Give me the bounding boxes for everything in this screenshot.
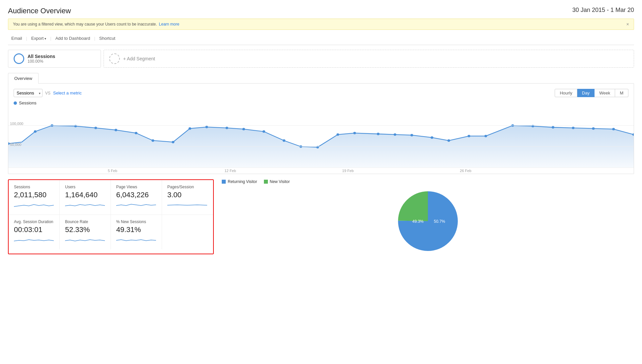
time-buttons: Hourly Day Week M bbox=[555, 89, 628, 97]
date-range: 30 Jan 2015 - 1 Mar 20 bbox=[572, 7, 634, 14]
pie-legend: Returning Visitor New Visitor bbox=[222, 179, 290, 184]
chart-legend: Sessions bbox=[14, 100, 628, 105]
month-button[interactable]: M bbox=[615, 89, 628, 97]
pie-section: Returning Visitor New Visitor 49.3% 50.7… bbox=[222, 179, 634, 254]
svg-point-20 bbox=[394, 133, 396, 136]
metric-cell-empty bbox=[162, 215, 213, 249]
metric-label-users: Users bbox=[65, 185, 105, 189]
add-segment-icon bbox=[109, 53, 120, 64]
svg-point-9 bbox=[189, 127, 191, 130]
svg-point-13 bbox=[263, 130, 265, 133]
metrics-grid-wrapper: Sessions 2,011,580 Users 1,164,640 bbox=[8, 179, 634, 254]
day-button[interactable]: Day bbox=[577, 89, 595, 97]
sparkline-avg-duration bbox=[14, 235, 54, 245]
svg-text:50,000: 50,000 bbox=[10, 143, 21, 147]
sessions-legend-label: Sessions bbox=[19, 100, 37, 105]
new-visitor-label: New Visitor bbox=[270, 179, 290, 184]
metric-cell-pages-session: Pages/Session 3.00 bbox=[162, 180, 213, 215]
svg-text:19 Feb: 19 Feb bbox=[342, 169, 354, 173]
metric-cell-avg-duration: Avg. Session Duration 00:03:01 bbox=[9, 215, 60, 249]
metric-label-pages-session: Pages/Session bbox=[167, 185, 208, 189]
svg-point-28 bbox=[552, 126, 554, 128]
metric-select[interactable]: Sessions bbox=[14, 89, 42, 97]
svg-point-5 bbox=[115, 129, 117, 131]
alert-learn-more-link[interactable]: Learn more bbox=[159, 22, 179, 27]
alert-close-button[interactable]: × bbox=[626, 22, 629, 27]
add-segment-text: + Add Segment bbox=[123, 56, 155, 61]
chart-area: 100,000 50,000 5 Feb 12 Feb 19 Feb 26 Fe… bbox=[8, 107, 634, 174]
svg-point-6 bbox=[135, 132, 137, 134]
svg-text:100,000: 100,000 bbox=[10, 122, 23, 125]
svg-point-3 bbox=[74, 125, 77, 127]
metrics-box: Sessions 2,011,580 Users 1,164,640 bbox=[8, 179, 214, 254]
add-to-dashboard-button[interactable]: Add to Dashboard bbox=[52, 34, 94, 42]
overview-tab[interactable]: Overview bbox=[8, 73, 39, 84]
svg-point-1 bbox=[34, 130, 37, 133]
svg-text:5 Feb: 5 Feb bbox=[108, 169, 118, 173]
metric-label-new-sessions: % New Sessions bbox=[116, 219, 156, 224]
sparkline-users bbox=[65, 201, 105, 210]
svg-point-27 bbox=[531, 125, 534, 127]
metric-cell-pageviews: Page Views 6,043,226 bbox=[111, 180, 162, 215]
sparkline-pageviews bbox=[116, 201, 156, 210]
metric-value-users: 1,164,640 bbox=[65, 191, 105, 199]
toolbar-divider-3: | bbox=[94, 36, 95, 41]
svg-point-29 bbox=[572, 127, 575, 129]
toolbar-divider-1: | bbox=[26, 36, 27, 41]
segment-name: All Sessions bbox=[28, 54, 55, 59]
svg-point-22 bbox=[431, 136, 433, 139]
svg-point-17 bbox=[337, 133, 339, 136]
toolbar-divider-2: | bbox=[50, 36, 51, 41]
toolbar: Email | Export | Add to Dashboard | Shor… bbox=[8, 34, 634, 45]
sparkline-sessions bbox=[14, 201, 54, 210]
add-segment-button[interactable]: + Add Segment bbox=[104, 50, 634, 68]
chart-controls: Sessions VS Select a metric Hourly Day W… bbox=[14, 89, 628, 97]
svg-point-4 bbox=[94, 127, 97, 129]
all-sessions-segment: All Sessions 100.00% bbox=[8, 50, 101, 68]
metric-value-new-sessions: 49.31% bbox=[116, 225, 156, 234]
metric-cell-new-sessions: % New Sessions 49.31% bbox=[111, 215, 162, 249]
returning-visitor-legend: Returning Visitor bbox=[222, 179, 257, 184]
pie-chart: 49.3% 50.7% bbox=[395, 188, 461, 254]
alert-bar: You are using a filtered view, which may… bbox=[8, 19, 634, 30]
svg-text:26 Feb: 26 Feb bbox=[460, 169, 471, 173]
svg-point-25 bbox=[484, 135, 487, 137]
metric-label-sessions: Sessions bbox=[14, 185, 54, 189]
svg-point-12 bbox=[242, 128, 245, 130]
svg-point-21 bbox=[410, 134, 413, 136]
metric-label-bounce-rate: Bounce Rate bbox=[65, 219, 105, 224]
svg-point-16 bbox=[316, 146, 319, 148]
sparkline-pages-session bbox=[167, 201, 208, 210]
svg-text:49.3%: 49.3% bbox=[412, 219, 424, 224]
svg-text:50.7%: 50.7% bbox=[434, 219, 445, 224]
metric-dropdown: Sessions VS Select a metric bbox=[14, 89, 82, 97]
email-button[interactable]: Email bbox=[8, 34, 26, 42]
shortcut-button[interactable]: Shortcut bbox=[96, 34, 119, 42]
chart-section: Sessions VS Select a metric Hourly Day W… bbox=[8, 83, 634, 174]
returning-visitor-color bbox=[222, 180, 226, 184]
sessions-legend-dot bbox=[14, 101, 17, 105]
week-button[interactable]: Week bbox=[595, 89, 615, 97]
alert-text: You are using a filtered view, which may… bbox=[13, 22, 157, 27]
svg-point-10 bbox=[205, 126, 208, 128]
export-button[interactable]: Export bbox=[28, 34, 49, 42]
segments-row: All Sessions 100.00% + Add Segment bbox=[8, 50, 634, 68]
svg-point-23 bbox=[447, 139, 450, 142]
all-sessions-icon bbox=[14, 53, 24, 64]
sparkline-bounce-rate bbox=[65, 235, 105, 245]
metric-label-pageviews: Page Views bbox=[116, 185, 156, 189]
page-title: Audience Overview bbox=[8, 7, 71, 15]
hourly-button[interactable]: Hourly bbox=[555, 89, 577, 97]
segment-pct: 100.00% bbox=[28, 59, 55, 64]
metric-value-avg-duration: 00:03:01 bbox=[14, 225, 54, 234]
svg-point-19 bbox=[377, 133, 379, 135]
svg-text:12 Feb: 12 Feb bbox=[224, 169, 236, 173]
metric-value-pages-session: 3.00 bbox=[167, 191, 208, 199]
returning-visitor-label: Returning Visitor bbox=[228, 179, 257, 184]
metric-value-sessions: 2,011,580 bbox=[14, 191, 54, 199]
sparkline-new-sessions bbox=[116, 235, 156, 245]
select-metric-link[interactable]: Select a metric bbox=[53, 91, 82, 95]
metric-cell-sessions: Sessions 2,011,580 bbox=[9, 180, 60, 215]
metrics-grid: Sessions 2,011,580 Users 1,164,640 bbox=[9, 180, 213, 249]
metric-cell-bounce-rate: Bounce Rate 52.33% bbox=[60, 215, 111, 249]
